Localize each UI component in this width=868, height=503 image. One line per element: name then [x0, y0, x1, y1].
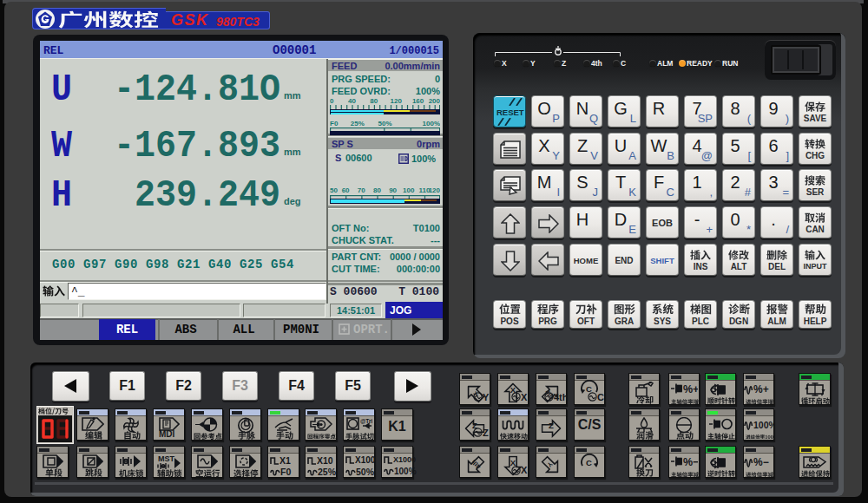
svg-text:60: 60 [342, 186, 350, 193]
svg-text:MST: MST [158, 454, 175, 463]
svg-text:%+: %+ [683, 383, 698, 395]
svg-text:100%: 100% [423, 120, 440, 127]
svg-text:C: C [586, 457, 592, 467]
svg-text:120: 120 [391, 97, 403, 104]
svg-text:100: 100 [403, 186, 415, 193]
svg-text:160: 160 [412, 97, 424, 104]
svg-text:0: 0 [330, 97, 334, 104]
svg-text:70: 70 [358, 186, 365, 193]
svg-text:4th: 4th [470, 458, 483, 471]
svg-text:25%: 25% [351, 120, 365, 127]
svg-text:120: 120 [429, 186, 440, 193]
svg-text:80: 80 [373, 186, 381, 193]
svg-text:90: 90 [389, 186, 397, 193]
svg-text:%−: %− [683, 456, 698, 468]
svg-text:80: 80 [370, 97, 378, 104]
svg-text:40: 40 [348, 97, 356, 104]
svg-text:50%: 50% [378, 120, 391, 127]
svg-text:100%: 100% [753, 420, 773, 430]
svg-text:50: 50 [330, 186, 338, 193]
svg-text:@Trial: @Trial [360, 418, 372, 424]
svg-text:F0: F0 [330, 120, 339, 127]
svg-text:%−: %− [753, 456, 769, 468]
svg-text:200: 200 [429, 97, 440, 104]
svg-text:%+: %+ [753, 383, 769, 395]
